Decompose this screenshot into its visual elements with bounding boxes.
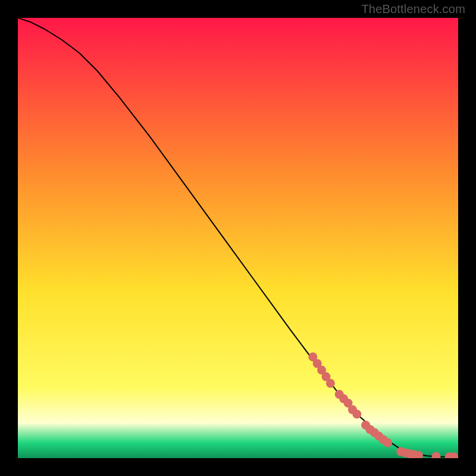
- chart-stage: TheBottleneck.com: [0, 0, 476, 476]
- data-marker: [326, 379, 335, 388]
- gradient-background: [18, 18, 458, 458]
- data-marker: [383, 439, 392, 447]
- plot-area: [18, 18, 458, 458]
- data-marker: [352, 410, 361, 419]
- watermark-text: TheBottleneck.com: [361, 2, 465, 16]
- chart-svg: [18, 18, 458, 458]
